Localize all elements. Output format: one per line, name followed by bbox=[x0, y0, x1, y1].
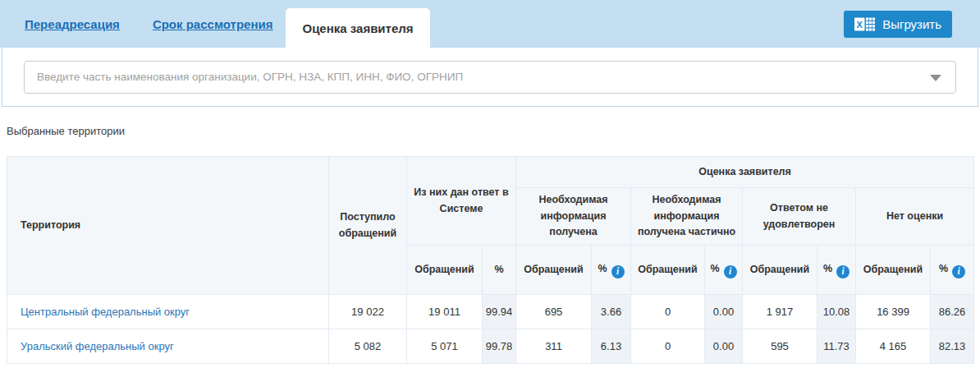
cell-answered-pct: 99.94 bbox=[483, 295, 516, 329]
organization-search-input[interactable] bbox=[24, 61, 956, 94]
col-header-percent-info: %i bbox=[931, 246, 974, 295]
svg-text:X: X bbox=[857, 19, 863, 29]
cell-territory: Уральский федеральный округ bbox=[7, 329, 329, 364]
cell-no-rating-pct: 82.13 bbox=[931, 329, 974, 364]
organization-filter-panel bbox=[2, 48, 978, 107]
cell-answered: 19 011 bbox=[407, 295, 483, 329]
table-row: Уральский федеральный округ 5 082 5 071 … bbox=[7, 329, 974, 364]
territory-link[interactable]: Уральский федеральный округ bbox=[21, 340, 174, 352]
percent-label: % bbox=[598, 263, 607, 274]
cell-info-partial: 0 bbox=[631, 295, 705, 329]
cell-info-received: 311 bbox=[516, 329, 592, 364]
chevron-down-icon[interactable] bbox=[930, 75, 941, 81]
col-header-appeals: Обращений bbox=[856, 246, 931, 295]
col-header-not-satisfied: Ответом не удовлетворен bbox=[743, 188, 856, 246]
cell-not-satisfied: 595 bbox=[743, 329, 817, 364]
cell-not-satisfied: 1 917 bbox=[743, 295, 817, 329]
cell-received: 19 022 bbox=[329, 295, 407, 329]
col-header-percent-info: %i bbox=[592, 246, 631, 295]
info-icon[interactable]: i bbox=[611, 265, 625, 278]
territory-link[interactable]: Центральный федеральный округ bbox=[21, 306, 190, 318]
col-header-territory: Территория bbox=[7, 157, 329, 295]
percent-label: % bbox=[939, 263, 948, 274]
cell-no-rating: 4 165 bbox=[856, 329, 931, 364]
cell-not-satisfied-pct: 11.73 bbox=[817, 329, 856, 364]
percent-label: % bbox=[823, 263, 832, 274]
col-header-appeals: Обращений bbox=[407, 246, 483, 295]
cell-info-received-pct: 6.13 bbox=[592, 329, 631, 364]
col-header-percent-info: %i bbox=[705, 246, 743, 295]
percent-label: % bbox=[710, 263, 719, 274]
col-header-rating-group: Оценка заявителя bbox=[516, 157, 974, 188]
tab-srok-rassmotreniya[interactable]: Срок рассмотрения bbox=[153, 17, 273, 31]
organization-combobox bbox=[24, 61, 956, 94]
cell-answered-pct: 99.78 bbox=[483, 329, 516, 364]
tab-pereadresaciya[interactable]: Переадресация bbox=[25, 17, 120, 31]
cell-info-partial: 0 bbox=[631, 329, 705, 364]
cell-not-satisfied-pct: 10.08 bbox=[817, 295, 856, 329]
cell-info-partial-pct: 0.00 bbox=[705, 329, 743, 364]
col-header-percent-info: %i bbox=[817, 246, 856, 295]
col-header-appeals: Обращений bbox=[516, 246, 592, 295]
col-header-received: Поступило обращений bbox=[329, 157, 407, 295]
tab-bar: Переадресация Срок рассмотрения Оценка з… bbox=[0, 0, 980, 48]
cell-no-rating: 16 399 bbox=[856, 295, 931, 329]
col-header-percent: % bbox=[483, 246, 516, 295]
info-icon[interactable]: i bbox=[952, 265, 965, 278]
cell-info-received: 695 bbox=[516, 295, 592, 329]
tab-ocenka-zayavitelya-active[interactable]: Оценка заявителя bbox=[286, 8, 429, 48]
excel-icon: X bbox=[854, 16, 875, 32]
territories-table: Территория Поступило обращений Из них да… bbox=[7, 156, 974, 364]
col-header-appeals: Обращений bbox=[743, 246, 817, 295]
cell-answered: 5 071 bbox=[407, 329, 483, 364]
cell-received: 5 082 bbox=[329, 329, 407, 364]
info-icon[interactable]: i bbox=[724, 265, 737, 278]
col-header-no-rating: Нет оценки bbox=[856, 188, 974, 246]
col-header-appeals: Обращений bbox=[631, 246, 705, 295]
col-header-answered-group: Из них дан ответ в Системе bbox=[407, 157, 516, 246]
table-row: Центральный федеральный округ 19 022 19 … bbox=[7, 295, 974, 329]
selected-territories-label: Выбранные территории bbox=[7, 125, 980, 137]
cell-no-rating-pct: 86.26 bbox=[931, 295, 974, 329]
cell-territory: Центральный федеральный округ bbox=[7, 295, 329, 329]
export-button[interactable]: X Выгрузить bbox=[844, 11, 952, 38]
cell-info-received-pct: 3.66 bbox=[592, 295, 631, 329]
info-icon[interactable]: i bbox=[836, 265, 849, 278]
col-header-info-partial: Необходимая информация получена частично bbox=[631, 188, 743, 246]
col-header-info-received: Необходимая информация получена bbox=[516, 188, 631, 246]
cell-info-partial-pct: 0.00 bbox=[705, 295, 743, 329]
export-button-label: Выгрузить bbox=[882, 17, 941, 31]
